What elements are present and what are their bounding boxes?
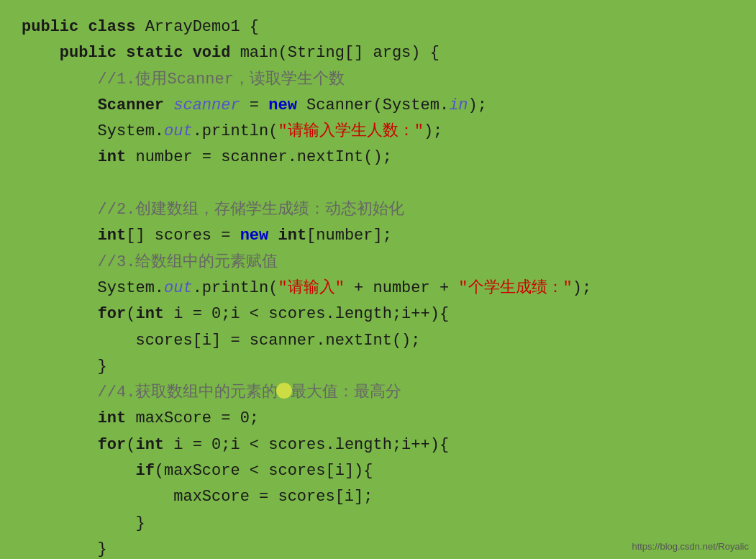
comment-1: //1.使用Scanner，读取学生个数 bbox=[22, 67, 345, 93]
indent9 bbox=[22, 223, 98, 249]
string2: "请输入" bbox=[278, 276, 344, 301]
maxscore-init: maxScore = 0; bbox=[135, 406, 259, 432]
println1: .println( bbox=[193, 119, 278, 145]
for1-body: i = 0;i < scores.length;i++){ bbox=[173, 301, 449, 327]
string3: "个学生成绩：" bbox=[458, 276, 572, 301]
keyword-public: public bbox=[22, 14, 88, 40]
code-line-5: System.out.println("请输入学生人数："); bbox=[22, 119, 734, 145]
code-line-7 bbox=[22, 171, 734, 197]
main-method: main(String[] args) { bbox=[240, 40, 440, 66]
code-line-2: public static void main(String[] args) { bbox=[22, 40, 734, 66]
for2-body: i = 0;i < scores.length;i++){ bbox=[173, 432, 449, 458]
for1-close: } bbox=[22, 354, 107, 380]
code-line-12: for(int i = 0;i < scores.length;i++){ bbox=[22, 301, 734, 327]
code-line-13: scores[i] = scanner.nextInt(); bbox=[22, 328, 734, 354]
system-in: in bbox=[449, 93, 468, 119]
keyword-int2: int bbox=[278, 223, 306, 249]
code-line-9: int[] scores = new int[number]; bbox=[22, 223, 734, 249]
code-line-8: //2.创建数组，存储学生成绩：动态初始化 bbox=[22, 197, 734, 223]
keyword-static: static bbox=[126, 40, 192, 66]
out2: out bbox=[164, 276, 193, 301]
indent17 bbox=[22, 432, 98, 458]
classname: ArrayDemo1 { bbox=[145, 14, 259, 40]
code-line-17: for(int i = 0;i < scores.length;i++){ bbox=[22, 432, 734, 458]
code-line-4: Scanner scanner = new Scanner(System.in)… bbox=[22, 93, 734, 119]
keyword-int3: int bbox=[98, 406, 136, 432]
var-scanner: scanner bbox=[173, 93, 240, 119]
code-line-6: int number = scanner.nextInt(); bbox=[22, 145, 734, 171]
for2-paren: ( bbox=[126, 432, 135, 458]
indent19: maxScore = scores[i]; bbox=[22, 484, 373, 510]
code-editor: public class ArrayDemo1 { public static … bbox=[0, 0, 756, 559]
keyword-int1: int bbox=[98, 145, 136, 171]
code-line-11: System.out.println("请输入" + number + "个学生… bbox=[22, 276, 734, 301]
plus1: + number + bbox=[345, 276, 458, 301]
comment-2: //2.创建数组，存储学生成绩：动态初始化 bbox=[22, 197, 404, 223]
code-line-21: } bbox=[22, 537, 734, 559]
eq1: = bbox=[240, 93, 269, 119]
code-line-1: public class ArrayDemo1 { bbox=[22, 14, 734, 40]
indent5: System. bbox=[22, 119, 164, 145]
scanner-new: Scanner(System. bbox=[306, 93, 449, 119]
keyword-if: if bbox=[135, 458, 154, 484]
code-line-16: int maxScore = 0; bbox=[22, 406, 734, 432]
for2-close: } bbox=[22, 537, 107, 559]
out1: out bbox=[164, 119, 193, 145]
println2: .println( bbox=[193, 276, 278, 301]
indent4 bbox=[22, 93, 98, 119]
code-line-19: maxScore = scores[i]; bbox=[22, 484, 734, 510]
if-body: (maxScore < scores[i]){ bbox=[155, 458, 373, 484]
if-close: } bbox=[22, 511, 145, 537]
keyword-for2: for bbox=[98, 432, 127, 458]
code-line-18: if(maxScore < scores[i]){ bbox=[22, 458, 734, 484]
indent18 bbox=[22, 458, 135, 484]
indent6 bbox=[22, 145, 98, 171]
indent16 bbox=[22, 406, 98, 432]
var-number: number = scanner.nextInt(); bbox=[135, 145, 391, 171]
arr-bracket: [] scores = bbox=[126, 223, 240, 249]
for1-paren: ( bbox=[126, 301, 135, 327]
code-line-14: } bbox=[22, 354, 734, 380]
keyword-for1: for bbox=[98, 301, 127, 327]
keyword-int-for1: int bbox=[135, 301, 173, 327]
code-line-20: } bbox=[22, 511, 734, 537]
comment-4-part1: //4.获取数组中的元素的 bbox=[22, 380, 278, 406]
keyword-void: void bbox=[193, 40, 240, 66]
type-scanner: Scanner bbox=[98, 93, 174, 119]
indent13: scores[i] = scanner.nextInt(); bbox=[22, 328, 421, 354]
indent12 bbox=[22, 301, 98, 327]
println2-end: ); bbox=[573, 276, 591, 301]
keyword-new2: new bbox=[240, 223, 278, 249]
code-line-10: //3.给数组中的元素赋值 bbox=[22, 250, 734, 276]
println1-end: ); bbox=[424, 119, 442, 145]
keyword-public2: public bbox=[60, 40, 126, 66]
comment-3: //3.给数组中的元素赋值 bbox=[22, 250, 278, 276]
keyword-class: class bbox=[88, 14, 145, 40]
code-line-3: //1.使用Scanner，读取学生个数 bbox=[22, 67, 734, 93]
scanner-end: ); bbox=[468, 93, 487, 119]
keyword-int-arr: int bbox=[98, 223, 127, 249]
arr-init: [number]; bbox=[306, 223, 392, 249]
indent11: System. bbox=[22, 276, 164, 301]
keyword-new1: new bbox=[268, 93, 306, 119]
cursor bbox=[276, 383, 292, 399]
watermark: https://blog.csdn.net/Royalic bbox=[632, 541, 749, 552]
comment-4-part2: 最大值：最高分 bbox=[291, 380, 401, 406]
keyword-int-for2: int bbox=[135, 432, 173, 458]
indent2 bbox=[22, 40, 60, 66]
string1: "请输入学生人数：" bbox=[278, 119, 423, 145]
code-line-15: //4.获取数组中的元素的最大值：最高分 bbox=[22, 380, 734, 406]
